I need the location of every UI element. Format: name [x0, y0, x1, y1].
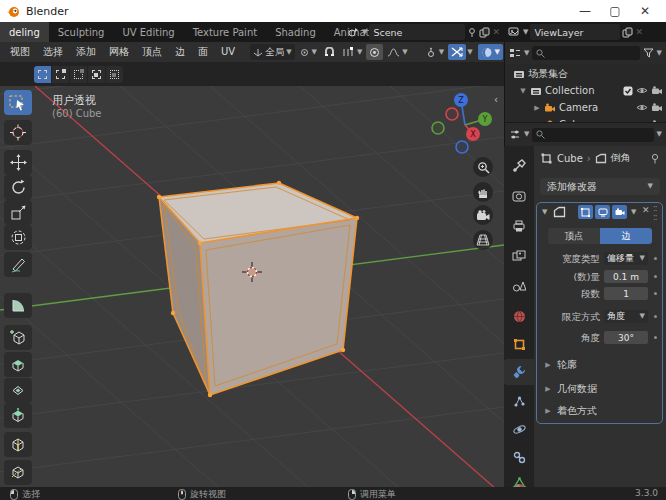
width-type-dropdown[interactable]: 偏移量▼ — [604, 252, 648, 265]
filter-icon[interactable] — [643, 48, 654, 58]
tool-select-box[interactable] — [4, 90, 32, 115]
menu-vertex[interactable]: 顶点 — [136, 42, 168, 62]
tab-output[interactable] — [504, 213, 534, 239]
pivot-point-dropdown[interactable]: ▼ — [296, 44, 320, 60]
outliner-camera-row[interactable]: ▶ Camera — [505, 99, 666, 116]
tab-tool[interactable] — [504, 153, 534, 179]
breadcrumb-object-icon[interactable] — [540, 152, 553, 164]
properties-options-caret[interactable]: ▼ — [657, 131, 662, 138]
viewlayer-name-field[interactable]: ViewLayer — [530, 24, 620, 40]
tool-inset-faces[interactable] — [4, 378, 32, 403]
tab-view-layer[interactable] — [504, 243, 534, 269]
xray-toggle[interactable] — [448, 44, 466, 60]
scene-name-field[interactable]: Scene — [369, 24, 465, 40]
workspace-tab-uv-editing[interactable]: UV Editing — [113, 22, 183, 42]
angle-field[interactable]: 30° — [604, 331, 648, 344]
tab-world[interactable] — [504, 303, 534, 329]
tab-modifiers[interactable] — [504, 359, 534, 385]
geometry-section-header[interactable]: ▶几何数据 — [544, 382, 597, 396]
outliner-editor-type-icon[interactable] — [509, 48, 521, 59]
menu-view[interactable]: 视图 — [4, 42, 36, 62]
breadcrumb-object-name[interactable]: Cube — [557, 153, 583, 164]
affect-vertices-button[interactable]: 顶点 — [548, 228, 600, 244]
select-mode-intersect-button[interactable] — [106, 66, 123, 83]
disable-render-camera-icon[interactable] — [651, 103, 663, 112]
minimize-button[interactable]: — — [570, 0, 600, 22]
collection-expand-arrow[interactable]: ▼ — [519, 87, 527, 95]
navigation-gizmo[interactable]: Z Y X — [430, 91, 500, 161]
modifier-realtime-toggle[interactable] — [595, 205, 610, 219]
viewlayer-icon[interactable] — [508, 26, 521, 38]
tool-measure[interactable] — [4, 293, 32, 318]
workspace-tab-texture-paint[interactable]: Texture Paint — [184, 22, 267, 42]
shading-section-header[interactable]: ▶着色方式 — [544, 404, 597, 418]
select-mode-new-button[interactable] — [34, 66, 51, 83]
tool-cursor[interactable] — [4, 120, 32, 145]
tab-scene[interactable] — [504, 273, 534, 299]
menu-edge[interactable]: 边 — [169, 42, 191, 62]
pin-icon[interactable] — [467, 27, 477, 38]
workspace-tab-sculpting[interactable]: Sculpting — [49, 22, 114, 42]
outliner-collection-row[interactable]: ▼ Collection — [505, 82, 666, 99]
scene-icon[interactable] — [347, 26, 360, 38]
workspace-tab-shading[interactable]: Shading — [266, 22, 325, 42]
proportional-editing-toggle[interactable] — [366, 44, 383, 60]
amount-field[interactable]: 0.1 m — [604, 270, 648, 283]
close-button[interactable]: ✕ — [630, 0, 660, 22]
properties-search-input[interactable] — [532, 128, 653, 142]
select-mode-extend-button[interactable] — [52, 66, 69, 83]
add-modifier-button[interactable]: 添加修改器 ▼ — [540, 178, 660, 195]
modifier-delete-icon[interactable]: ✕ — [642, 205, 650, 215]
tab-material[interactable] — [504, 476, 534, 487]
modifier-render-toggle[interactable] — [612, 205, 627, 219]
tab-constraints[interactable] — [504, 444, 534, 470]
angle-animate-dot[interactable] — [654, 336, 657, 339]
sidebar-collapse-arrow[interactable]: ‹ — [494, 94, 498, 105]
tool-extrude-region[interactable] — [4, 352, 32, 377]
tab-physics[interactable] — [504, 416, 534, 442]
tool-scale[interactable] — [4, 200, 32, 225]
width-type-animate-dot[interactable] — [654, 257, 657, 260]
unlink-scene-icon[interactable]: ✕ — [492, 27, 500, 37]
remove-viewlayer-icon[interactable]: ✕ — [635, 27, 643, 37]
menu-uv[interactable]: UV — [215, 42, 241, 62]
select-mode-subtract-button[interactable] — [70, 66, 87, 83]
viewlayer-dropdown-caret[interactable]: ▼ — [523, 29, 528, 36]
tool-rotate[interactable] — [4, 175, 32, 200]
menu-select[interactable]: 选择 — [37, 42, 69, 62]
snap-toggle[interactable] — [321, 44, 338, 60]
limit-method-animate-dot[interactable] — [654, 315, 657, 318]
affect-edges-button[interactable]: 边 — [600, 228, 652, 244]
tool-loop-cut[interactable] — [4, 432, 32, 457]
new-viewlayer-icon[interactable] — [622, 27, 633, 38]
tool-move[interactable] — [4, 150, 32, 175]
modifier-drag-handle[interactable]: :::: — [653, 204, 656, 222]
gizmo-minus-z-axis[interactable] — [456, 141, 468, 153]
workspace-tab-modeling[interactable]: deling — [0, 22, 49, 42]
tool-transform[interactable] — [4, 225, 32, 250]
disable-render-camera-icon[interactable] — [651, 86, 663, 95]
camera-view-button[interactable] — [473, 205, 493, 225]
cube-mesh[interactable] — [157, 181, 359, 397]
tool-knife[interactable] — [4, 460, 32, 485]
segments-field[interactable]: 1 — [604, 287, 648, 300]
zoom-view-button[interactable] — [473, 157, 493, 177]
collection-checkbox[interactable] — [623, 86, 633, 96]
tool-bevel[interactable] — [4, 403, 32, 428]
camera-expand-arrow[interactable]: ▶ — [533, 104, 541, 112]
pan-view-button[interactable] — [473, 182, 493, 202]
limit-method-dropdown[interactable]: 角度▼ — [604, 310, 648, 323]
modifier-editmode-toggle[interactable] — [578, 205, 593, 219]
tool-add-cube[interactable] — [4, 325, 32, 350]
tab-particles[interactable] — [504, 388, 534, 414]
breadcrumb-modifier-name[interactable]: 倒角 — [611, 151, 631, 165]
amount-animate-dot[interactable] — [654, 275, 657, 278]
show-gizmos-dropdown[interactable]: ▼ — [422, 44, 447, 60]
scene-dropdown-caret[interactable]: ▼ — [362, 29, 367, 36]
profile-section-header[interactable]: ▶轮廓 — [544, 358, 577, 372]
tab-object[interactable] — [504, 331, 534, 357]
select-mode-invert-button[interactable] — [88, 66, 105, 83]
tool-annotate[interactable] — [4, 252, 32, 277]
properties-editor-type-icon[interactable] — [509, 129, 521, 140]
outliner-search-input[interactable] — [532, 46, 639, 60]
